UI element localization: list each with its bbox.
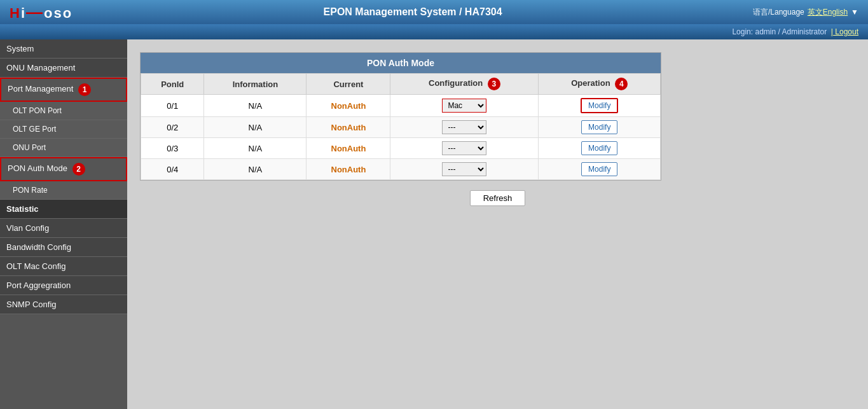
- refresh-button[interactable]: Refresh: [470, 190, 526, 206]
- modify-button-04[interactable]: Modify: [581, 162, 617, 176]
- col-configuration: Configuration 3: [390, 74, 539, 95]
- col-information: Information: [204, 74, 307, 95]
- header-bottom: Login: admin / Administrator | Logout: [0, 24, 868, 39]
- sidebar-label-onu-port: ONU Port: [13, 143, 46, 152]
- badge-4: 4: [615, 78, 628, 90]
- cell-configuration[interactable]: Mac---: [390, 138, 539, 159]
- sidebar-label-olt-pon-port: OLT PON Port: [13, 106, 62, 115]
- sidebar-label-snmp-config: SNMP Config: [6, 300, 57, 309]
- pon-auth-mode-title: PON Auth Mode: [141, 53, 661, 73]
- logo: Hi—oso: [10, 3, 72, 22]
- cell-current: NonAuth: [307, 95, 390, 117]
- header-top: Hi—oso EPON Management System / HA7304 语…: [0, 0, 868, 24]
- cell-ponid: 0/1: [141, 95, 204, 117]
- sidebar-item-olt-pon-port[interactable]: OLT PON Port: [0, 102, 127, 120]
- badge-3: 3: [488, 78, 500, 90]
- dropdown-icon: ▼: [851, 8, 858, 17]
- sidebar-item-system[interactable]: System: [0, 39, 127, 59]
- sidebar-label-system: System: [6, 44, 34, 53]
- sidebar-label-pon-rate: PON Rate: [13, 186, 48, 195]
- sidebar-item-onu-management[interactable]: ONU Management: [0, 59, 127, 78]
- sidebar-label-port-management: Port Management: [8, 84, 73, 94]
- sidebar-item-snmp-config[interactable]: SNMP Config: [0, 295, 127, 314]
- sidebar-item-olt-mac-config[interactable]: OLT Mac Config: [0, 257, 127, 276]
- cell-current: NonAuth: [307, 159, 390, 180]
- table-row: 0/4N/ANonAuthMac---Modify: [141, 159, 661, 180]
- config-select-01[interactable]: Mac---: [442, 99, 486, 113]
- sidebar-item-onu-port[interactable]: ONU Port: [0, 139, 127, 157]
- sidebar-item-bandwidth-config[interactable]: Bandwidth Config: [0, 238, 127, 257]
- cell-operation[interactable]: Modify: [539, 117, 661, 138]
- sidebar-item-statistic[interactable]: Statistic: [0, 200, 127, 219]
- sidebar-item-pon-auth-mode[interactable]: PON Auth Mode 2: [0, 157, 127, 181]
- config-select-02[interactable]: Mac---: [442, 120, 486, 134]
- cell-operation[interactable]: Modify: [539, 159, 661, 180]
- config-select-04[interactable]: Mac---: [442, 162, 486, 176]
- col-current: Current: [307, 74, 390, 95]
- sidebar-label-statistic: Statistic: [6, 204, 39, 214]
- logo-i: i: [21, 5, 26, 21]
- cell-ponid: 0/3: [141, 138, 204, 159]
- cell-operation[interactable]: Modify: [539, 95, 661, 117]
- col-ponid: PonId: [141, 74, 204, 95]
- sidebar-label-olt-ge-port: OLT GE Port: [13, 125, 56, 134]
- cell-configuration[interactable]: Mac---: [390, 117, 539, 138]
- logout-button[interactable]: | Logout: [831, 27, 858, 36]
- cell-operation[interactable]: Modify: [539, 138, 661, 159]
- table-row: 0/1N/ANonAuthMac---Modify: [141, 95, 661, 117]
- sidebar-item-vlan-config[interactable]: Vlan Config: [0, 219, 127, 238]
- language-selector[interactable]: 语言/Language 英文English ▼: [753, 7, 858, 18]
- cell-information: N/A: [204, 117, 307, 138]
- modify-button-02[interactable]: Modify: [581, 120, 617, 134]
- cell-current: NonAuth: [307, 117, 390, 138]
- cell-current: NonAuth: [307, 138, 390, 159]
- sidebar-item-port-management[interactable]: Port Management 1: [0, 78, 127, 102]
- sidebar-label-port-aggregration: Port Aggregration: [6, 281, 71, 290]
- sidebar-label-onu-management: ONU Management: [6, 63, 75, 73]
- page-title: EPON Management System / HA7304: [324, 6, 502, 18]
- modify-button-03[interactable]: Modify: [581, 141, 617, 155]
- logo-text: Hi—oso: [10, 3, 72, 22]
- sidebar-label-vlan-config: Vlan Config: [6, 223, 49, 233]
- pon-auth-mode-panel: PON Auth Mode PonId Information Current …: [140, 52, 661, 181]
- login-info: Login: admin / Administrator: [732, 27, 827, 36]
- badge-1: 1: [78, 83, 91, 96]
- language-label: 语言/Language: [753, 7, 804, 18]
- cell-ponid: 0/4: [141, 159, 204, 180]
- content-area: PON Auth Mode PonId Information Current …: [127, 39, 868, 409]
- badge-2: 2: [72, 163, 85, 176]
- config-select-03[interactable]: Mac---: [442, 141, 486, 155]
- language-value[interactable]: 英文English: [808, 7, 848, 18]
- sidebar-label-olt-mac-config: OLT Mac Config: [6, 261, 65, 271]
- logo-h: H: [10, 5, 21, 21]
- cell-information: N/A: [204, 138, 307, 159]
- sidebar-item-port-aggregration[interactable]: Port Aggregration: [0, 276, 127, 295]
- cell-information: N/A: [204, 159, 307, 180]
- refresh-container: Refresh: [140, 190, 855, 206]
- sidebar-item-olt-ge-port[interactable]: OLT GE Port: [0, 120, 127, 139]
- pon-auth-table: PonId Information Current Configuration …: [141, 73, 661, 180]
- table-row: 0/3N/ANonAuthMac---Modify: [141, 138, 661, 159]
- sidebar-item-pon-rate[interactable]: PON Rate: [0, 181, 127, 200]
- cell-information: N/A: [204, 95, 307, 117]
- sidebar-label-pon-auth-mode: PON Auth Mode: [8, 163, 67, 173]
- main-container: System ONU Management Port Management 1 …: [0, 39, 868, 409]
- table-row: 0/2N/ANonAuthMac---Modify: [141, 117, 661, 138]
- sidebar: System ONU Management Port Management 1 …: [0, 39, 127, 409]
- cell-configuration[interactable]: Mac---: [390, 159, 539, 180]
- logo-oso: oso: [44, 5, 72, 21]
- sidebar-label-bandwidth-config: Bandwidth Config: [6, 242, 71, 252]
- col-operation: Operation 4: [539, 74, 661, 95]
- cell-configuration[interactable]: Mac---: [390, 95, 539, 117]
- modify-button-01[interactable]: Modify: [581, 98, 618, 113]
- logo-dash-icon: —: [26, 3, 44, 22]
- cell-ponid: 0/2: [141, 117, 204, 138]
